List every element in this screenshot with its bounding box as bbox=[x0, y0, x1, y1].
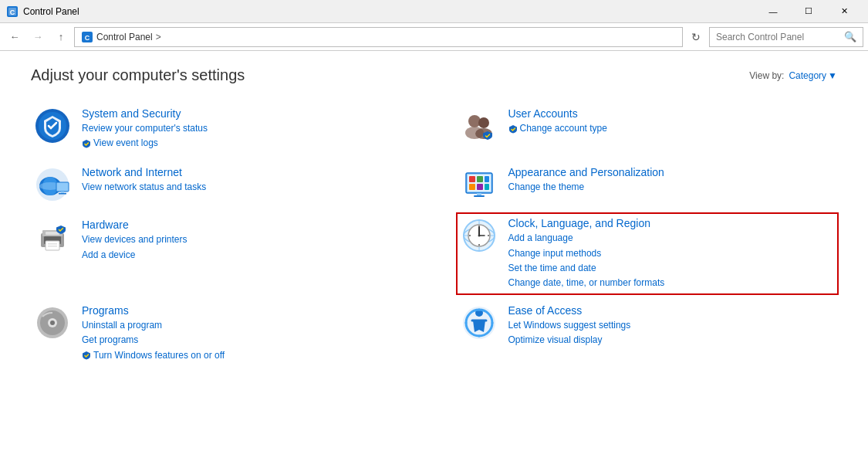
programs-name[interactable]: Programs bbox=[82, 304, 408, 317]
window-title: Control Panel bbox=[23, 6, 755, 17]
get-programs-link[interactable]: Get programs bbox=[82, 333, 408, 348]
chevron-down-icon: ▼ bbox=[828, 70, 837, 81]
ease-text: Ease of Access Let Windows suggest setti… bbox=[508, 304, 835, 348]
svg-text:C: C bbox=[85, 34, 90, 42]
address-bar: ← → ↑ C Control Panel > ↻ 🔍 bbox=[0, 23, 868, 51]
page-title: Adjust your computer's settings bbox=[31, 66, 245, 84]
svg-rect-34 bbox=[48, 246, 57, 247]
page-header: Adjust your computer's settings View by:… bbox=[31, 66, 837, 84]
svg-rect-17 bbox=[59, 193, 66, 195]
user-accounts-text: User Accounts Change account type bbox=[508, 107, 835, 136]
back-button[interactable]: ← bbox=[5, 27, 25, 47]
add-language-link[interactable]: Add a language bbox=[508, 231, 835, 246]
svg-rect-23 bbox=[469, 184, 475, 190]
search-box[interactable]: 🔍 bbox=[709, 27, 863, 47]
appearance-text: Appearance and Personalization Change th… bbox=[508, 166, 835, 195]
svg-rect-33 bbox=[48, 243, 57, 245]
svg-point-9 bbox=[478, 117, 489, 128]
clock-name[interactable]: Clock, Language, and Region bbox=[508, 217, 835, 229]
search-icon-button[interactable]: 🔍 bbox=[844, 31, 856, 42]
address-field[interactable]: C Control Panel > bbox=[74, 27, 683, 47]
change-theme-link[interactable]: Change the theme bbox=[508, 180, 835, 195]
view-by-control: View by: Category ▼ bbox=[749, 70, 837, 81]
change-account-link[interactable]: Change account type bbox=[508, 121, 835, 136]
change-input-link[interactable]: Change input methods bbox=[508, 246, 835, 261]
category-appearance: Appearance and Personalization Change th… bbox=[458, 161, 838, 208]
shield-icon bbox=[82, 139, 91, 148]
view-devices-link[interactable]: View devices and printers bbox=[82, 232, 408, 247]
ease-name[interactable]: Ease of Access bbox=[508, 304, 835, 317]
uninstall-link[interactable]: Uninstall a program bbox=[82, 318, 408, 333]
category-clock: Clock, Language, and Region Add a langua… bbox=[456, 212, 839, 295]
programs-icon bbox=[34, 304, 71, 341]
add-device-link[interactable]: Add a device bbox=[82, 248, 408, 263]
close-button[interactable]: ✕ bbox=[826, 0, 862, 23]
main-content: Adjust your computer's settings View by:… bbox=[0, 51, 868, 468]
system-security-icon bbox=[34, 107, 71, 144]
view-logs-link[interactable]: View event logs bbox=[82, 136, 408, 151]
app-icon: C bbox=[6, 5, 19, 18]
svg-rect-15 bbox=[56, 182, 69, 192]
hardware-text: Hardware View devices and printers Add a… bbox=[82, 219, 408, 262]
up-button[interactable]: ↑ bbox=[51, 27, 71, 47]
view-by-label: View by: bbox=[749, 70, 784, 81]
optimize-visual-link[interactable]: Optimize visual display bbox=[508, 333, 835, 348]
svg-rect-21 bbox=[477, 176, 483, 182]
category-hardware: Hardware View devices and printers Add a… bbox=[31, 214, 411, 293]
category-programs: Programs Uninstall a program Get program… bbox=[31, 300, 411, 368]
window-controls: — ☐ ✕ bbox=[755, 0, 862, 23]
svg-rect-22 bbox=[485, 176, 489, 182]
let-windows-link[interactable]: Let Windows suggest settings bbox=[508, 318, 835, 333]
refresh-button[interactable]: ↻ bbox=[686, 27, 706, 47]
shield-icon-user bbox=[508, 124, 518, 134]
system-security-name[interactable]: System and Security bbox=[82, 107, 408, 120]
title-bar: C Control Panel — ☐ ✕ bbox=[0, 0, 868, 23]
category-ease: Ease of Access Let Windows suggest setti… bbox=[458, 300, 838, 368]
minimize-button[interactable]: — bbox=[755, 0, 791, 23]
network-icon bbox=[34, 166, 71, 203]
svg-rect-25 bbox=[485, 184, 489, 190]
svg-rect-31 bbox=[46, 232, 59, 235]
network-text: Network and Internet View network status… bbox=[82, 166, 408, 195]
svg-rect-20 bbox=[469, 176, 475, 182]
view-network-link[interactable]: View network status and tasks bbox=[82, 180, 408, 195]
maximize-button[interactable]: ☐ bbox=[791, 0, 826, 23]
set-time-link[interactable]: Set the time and date bbox=[508, 261, 835, 276]
review-status-link[interactable]: Review your computer's status bbox=[82, 121, 408, 136]
user-accounts-icon bbox=[461, 107, 498, 144]
category-user-accounts: User Accounts Change account type bbox=[458, 103, 838, 155]
category-network: Network and Internet View network status… bbox=[31, 161, 411, 208]
svg-rect-24 bbox=[477, 184, 483, 190]
windows-features-link[interactable]: Turn Windows features on or off bbox=[82, 348, 408, 363]
categories-grid: System and Security Review your computer… bbox=[31, 103, 837, 368]
change-date-link[interactable]: Change date, time, or number formats bbox=[508, 276, 835, 290]
hardware-name[interactable]: Hardware bbox=[82, 219, 408, 231]
clock-text: Clock, Language, and Region Add a langua… bbox=[508, 217, 835, 290]
ease-icon bbox=[461, 304, 498, 341]
appearance-icon bbox=[461, 166, 498, 203]
breadcrumb-control-panel: Control Panel bbox=[96, 32, 153, 42]
category-system-security: System and Security Review your computer… bbox=[31, 103, 411, 155]
search-input[interactable] bbox=[716, 32, 841, 42]
shield-icon-programs bbox=[82, 351, 91, 360]
svg-rect-27 bbox=[474, 195, 485, 197]
clock-icon bbox=[461, 217, 498, 254]
programs-text: Programs Uninstall a program Get program… bbox=[82, 304, 408, 363]
network-name[interactable]: Network and Internet bbox=[82, 166, 408, 178]
appearance-name[interactable]: Appearance and Personalization bbox=[508, 166, 835, 178]
svg-point-51 bbox=[50, 320, 55, 325]
svg-text:C: C bbox=[10, 8, 15, 16]
view-by-dropdown[interactable]: Category ▼ bbox=[789, 70, 837, 81]
system-security-text: System and Security Review your computer… bbox=[82, 107, 408, 151]
hardware-icon bbox=[34, 219, 71, 256]
user-accounts-name[interactable]: User Accounts bbox=[508, 107, 835, 120]
forward-button[interactable]: → bbox=[28, 27, 48, 47]
